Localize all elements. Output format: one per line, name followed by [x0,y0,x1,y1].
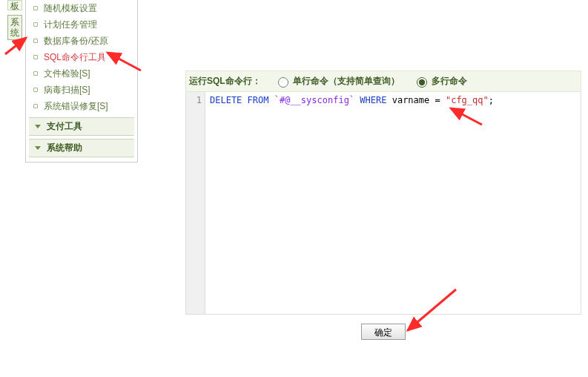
bullet-icon [33,71,38,76]
sidebar-item-label: 计划任务管理 [44,19,97,31]
btn-label: 确定 [374,327,392,338]
sidebar-item-sql-cli[interactable]: SQL命令行工具 [26,49,137,65]
sql-keyword: WHERE [360,95,386,105]
radio-label: 单行命令（支持简单查询） [293,75,400,88]
radio-multi-line[interactable]: 多行命令 [413,75,467,88]
sidebar-item-label: 文件检验[S] [44,68,90,80]
sql-keyword: DELETE FROM [210,95,268,105]
bullet-icon [33,104,38,108]
editor-content[interactable]: DELETE FROM `#@__sysconfig` WHERE varnam… [205,92,581,314]
panel-label: 系统帮助 [47,142,82,154]
sidebar-item-label: 数据库备份/还原 [44,35,108,47]
main-panel: 运行SQL命令行： 单行命令（支持简单查询） 多行命令 1 DELETE FRO… [185,71,581,340]
sql-text: ; [489,95,494,105]
panel-label: 支付工具 [47,120,82,133]
sidebar-item-file-check[interactable]: 文件检验[S] [26,65,137,82]
sidebar-item-label: 病毒扫描[S] [44,84,90,96]
sidebar-item-label: 系统错误修复[S] [44,100,108,113]
tab-label: 板 [10,1,19,11]
radio-single-input[interactable] [278,77,288,88]
run-sql-label: 运行SQL命令行： [189,75,261,88]
editor-gutter: 1 [186,92,205,314]
panel-header-payment[interactable]: 支付工具 [29,117,134,136]
sidebar-item-db-backup[interactable]: 数据库备份/还原 [26,33,137,49]
sidebar-item-random-template[interactable]: 随机模板设置 [26,0,137,16]
bullet-icon [33,88,38,92]
button-row: 确定 [185,315,581,340]
panel-header-help[interactable]: 系统帮助 [29,139,134,157]
sql-mode-row: 运行SQL命令行： 单行命令（支持简单查询） 多行命令 [185,71,581,92]
bullet-icon [33,39,38,43]
caret-down-icon [35,146,41,150]
sidebar-item-label: SQL命令行工具 [44,51,106,64]
sql-table: `#@__sysconfig` [274,95,354,105]
tab-system[interactable]: 系统 [7,15,22,40]
sidebar-item-label: 随机模板设置 [44,2,97,15]
bullet-icon [33,6,38,10]
bullet-icon [33,55,38,59]
ok-button[interactable]: 确定 [361,324,406,340]
radio-label: 多行命令 [432,75,467,88]
sql-text: varname = [392,95,446,105]
sidebar-item-sys-error-fix[interactable]: 系统错误修复[S] [26,98,137,114]
radio-single-line[interactable]: 单行命令（支持简单查询） [274,75,400,88]
radio-multi-input[interactable] [417,77,427,88]
sql-string: "cfg_qq" [446,95,489,105]
sidebar-item-cron-tasks[interactable]: 计划任务管理 [26,16,137,33]
line-number: 1 [186,95,202,105]
sidebar: 随机模板设置 计划任务管理 数据库备份/还原 SQL命令行工具 文件检验[S] … [25,0,138,163]
caret-down-icon [35,125,41,128]
bullet-icon [33,22,38,27]
tab-label: 系统 [10,17,19,38]
tab-board[interactable]: 板 [7,0,22,10]
sidebar-item-virus-scan[interactable]: 病毒扫描[S] [26,82,137,98]
sql-editor[interactable]: 1 DELETE FROM `#@__sysconfig` WHERE varn… [185,92,581,315]
